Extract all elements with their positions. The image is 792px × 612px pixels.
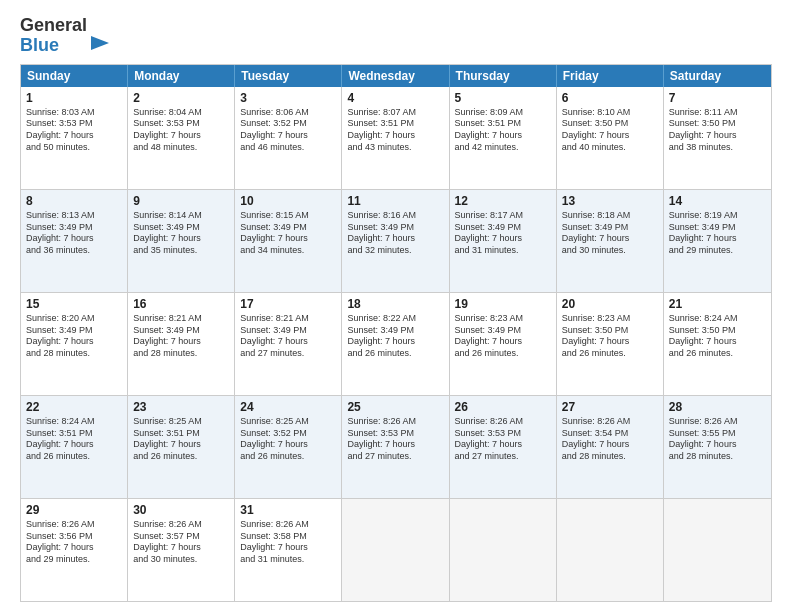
cell-info-line: Sunrise: 8:15 AM (240, 210, 336, 222)
cell-info-line: Daylight: 7 hours (26, 439, 122, 451)
cell-info-line: Sunset: 3:50 PM (669, 325, 766, 337)
calendar-cell: 4Sunrise: 8:07 AMSunset: 3:51 PMDaylight… (342, 87, 449, 189)
cell-info-line: Sunrise: 8:21 AM (240, 313, 336, 325)
cell-info-line: Daylight: 7 hours (240, 336, 336, 348)
calendar-cell: 24Sunrise: 8:25 AMSunset: 3:52 PMDayligh… (235, 396, 342, 498)
cell-info-line: Sunset: 3:49 PM (240, 325, 336, 337)
cell-info-line: Sunrise: 8:03 AM (26, 107, 122, 119)
calendar-cell: 9Sunrise: 8:14 AMSunset: 3:49 PMDaylight… (128, 190, 235, 292)
calendar-empty-cell (664, 499, 771, 601)
calendar-header-cell: Wednesday (342, 65, 449, 87)
cell-info-line: and 26 minutes. (562, 348, 658, 360)
calendar-cell: 10Sunrise: 8:15 AMSunset: 3:49 PMDayligh… (235, 190, 342, 292)
cell-info-line: and 43 minutes. (347, 142, 443, 154)
day-number: 14 (669, 193, 766, 209)
day-number: 17 (240, 296, 336, 312)
cell-info-line: and 28 minutes. (133, 348, 229, 360)
calendar-cell: 1Sunrise: 8:03 AMSunset: 3:53 PMDaylight… (21, 87, 128, 189)
day-number: 19 (455, 296, 551, 312)
cell-info-line: Daylight: 7 hours (562, 336, 658, 348)
day-number: 29 (26, 502, 122, 518)
cell-info-line: Daylight: 7 hours (240, 130, 336, 142)
cell-info-line: Daylight: 7 hours (347, 439, 443, 451)
day-number: 4 (347, 90, 443, 106)
cell-info-line: and 34 minutes. (240, 245, 336, 257)
calendar-body: 1Sunrise: 8:03 AMSunset: 3:53 PMDaylight… (21, 87, 771, 601)
day-number: 10 (240, 193, 336, 209)
day-number: 27 (562, 399, 658, 415)
cell-info-line: and 42 minutes. (455, 142, 551, 154)
calendar-row: 8Sunrise: 8:13 AMSunset: 3:49 PMDaylight… (21, 189, 771, 292)
cell-info-line: and 31 minutes. (240, 554, 336, 566)
cell-info-line: Sunset: 3:50 PM (562, 118, 658, 130)
cell-info-line: Sunset: 3:49 PM (133, 222, 229, 234)
calendar-cell: 23Sunrise: 8:25 AMSunset: 3:51 PMDayligh… (128, 396, 235, 498)
cell-info-line: Sunset: 3:49 PM (347, 222, 443, 234)
cell-info-line: and 26 minutes. (455, 348, 551, 360)
cell-info-line: Sunset: 3:57 PM (133, 531, 229, 543)
calendar-empty-cell (557, 499, 664, 601)
cell-info-line: and 32 minutes. (347, 245, 443, 257)
cell-info-line: Daylight: 7 hours (347, 336, 443, 348)
day-number: 20 (562, 296, 658, 312)
cell-info-line: and 26 minutes. (240, 451, 336, 463)
calendar-row: 22Sunrise: 8:24 AMSunset: 3:51 PMDayligh… (21, 395, 771, 498)
calendar-cell: 18Sunrise: 8:22 AMSunset: 3:49 PMDayligh… (342, 293, 449, 395)
cell-info-line: and 40 minutes. (562, 142, 658, 154)
calendar-cell: 22Sunrise: 8:24 AMSunset: 3:51 PMDayligh… (21, 396, 128, 498)
day-number: 16 (133, 296, 229, 312)
calendar-cell: 11Sunrise: 8:16 AMSunset: 3:49 PMDayligh… (342, 190, 449, 292)
cell-info-line: Sunset: 3:49 PM (26, 325, 122, 337)
day-number: 9 (133, 193, 229, 209)
cell-info-line: Sunrise: 8:19 AM (669, 210, 766, 222)
cell-info-line: and 28 minutes. (26, 348, 122, 360)
cell-info-line: and 28 minutes. (562, 451, 658, 463)
calendar-cell: 27Sunrise: 8:26 AMSunset: 3:54 PMDayligh… (557, 396, 664, 498)
calendar-cell: 7Sunrise: 8:11 AMSunset: 3:50 PMDaylight… (664, 87, 771, 189)
cell-info-line: Daylight: 7 hours (133, 233, 229, 245)
cell-info-line: Sunrise: 8:26 AM (455, 416, 551, 428)
day-number: 25 (347, 399, 443, 415)
day-number: 2 (133, 90, 229, 106)
cell-info-line: Daylight: 7 hours (347, 233, 443, 245)
cell-info-line: Sunrise: 8:26 AM (133, 519, 229, 531)
cell-info-line: Sunset: 3:50 PM (562, 325, 658, 337)
cell-info-line: Daylight: 7 hours (133, 439, 229, 451)
cell-info-line: Sunset: 3:58 PM (240, 531, 336, 543)
cell-info-line: Daylight: 7 hours (240, 542, 336, 554)
calendar-cell: 29Sunrise: 8:26 AMSunset: 3:56 PMDayligh… (21, 499, 128, 601)
calendar-cell: 20Sunrise: 8:23 AMSunset: 3:50 PMDayligh… (557, 293, 664, 395)
cell-info-line: Sunset: 3:52 PM (240, 428, 336, 440)
cell-info-line: and 26 minutes. (669, 348, 766, 360)
cell-info-line: Sunset: 3:49 PM (240, 222, 336, 234)
cell-info-line: Daylight: 7 hours (240, 233, 336, 245)
svg-marker-0 (91, 36, 109, 50)
cell-info-line: Daylight: 7 hours (562, 439, 658, 451)
cell-info-line: and 27 minutes. (240, 348, 336, 360)
calendar-header-cell: Tuesday (235, 65, 342, 87)
cell-info-line: Sunrise: 8:22 AM (347, 313, 443, 325)
day-number: 7 (669, 90, 766, 106)
cell-info-line: Sunrise: 8:07 AM (347, 107, 443, 119)
cell-info-line: Sunrise: 8:26 AM (240, 519, 336, 531)
calendar-cell: 15Sunrise: 8:20 AMSunset: 3:49 PMDayligh… (21, 293, 128, 395)
cell-info-line: Sunrise: 8:04 AM (133, 107, 229, 119)
cell-info-line: Sunset: 3:49 PM (669, 222, 766, 234)
cell-info-line: and 29 minutes. (669, 245, 766, 257)
day-number: 6 (562, 90, 658, 106)
calendar-cell: 28Sunrise: 8:26 AMSunset: 3:55 PMDayligh… (664, 396, 771, 498)
calendar-cell: 31Sunrise: 8:26 AMSunset: 3:58 PMDayligh… (235, 499, 342, 601)
calendar-empty-cell (450, 499, 557, 601)
calendar-row: 29Sunrise: 8:26 AMSunset: 3:56 PMDayligh… (21, 498, 771, 601)
calendar-cell: 25Sunrise: 8:26 AMSunset: 3:53 PMDayligh… (342, 396, 449, 498)
cell-info-line: and 28 minutes. (669, 451, 766, 463)
cell-info-line: Daylight: 7 hours (562, 233, 658, 245)
cell-info-line: Sunrise: 8:26 AM (347, 416, 443, 428)
cell-info-line: and 30 minutes. (562, 245, 658, 257)
cell-info-line: Sunrise: 8:26 AM (669, 416, 766, 428)
cell-info-line: and 29 minutes. (26, 554, 122, 566)
day-number: 13 (562, 193, 658, 209)
calendar-header-cell: Friday (557, 65, 664, 87)
cell-info-line: Sunset: 3:49 PM (455, 325, 551, 337)
day-number: 26 (455, 399, 551, 415)
